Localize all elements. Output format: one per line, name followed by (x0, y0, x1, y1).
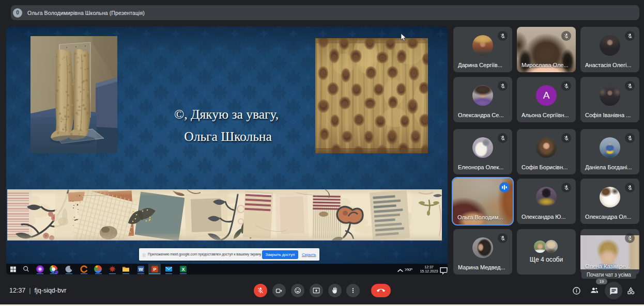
svg-text:P: P (153, 267, 156, 272)
svg-text:W: W (139, 267, 143, 272)
svg-text:X: X (181, 267, 185, 272)
